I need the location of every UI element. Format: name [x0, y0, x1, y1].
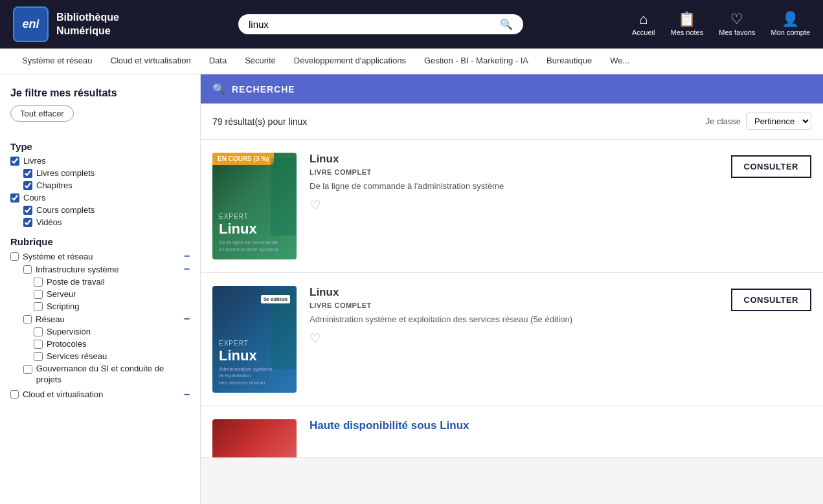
book-cover-3: [212, 419, 297, 458]
nav-mes-notes[interactable]: 📋 Mes notes: [670, 12, 703, 36]
nav-item-dev[interactable]: Développement d'applications: [285, 49, 415, 74]
filter-poste-travail: Poste de travail: [10, 277, 190, 287]
filter-videos: Vidéos: [10, 217, 190, 227]
label-cours-complets: Cours complets: [36, 205, 95, 215]
filter-gouvernance: Gouvernance du SI et conduite de projets: [10, 364, 190, 386]
search-input[interactable]: [249, 19, 495, 30]
book-title-2: Linux: [310, 286, 718, 299]
label-supervision: Supervision: [47, 327, 91, 336]
book-info-3: Haute disponibilité sous Linux: [310, 419, 811, 444]
checkbox-supervision[interactable]: [34, 327, 43, 336]
nav-item-securite[interactable]: Sécurité: [236, 49, 285, 74]
filter-services-reseau: Services réseau: [10, 351, 190, 361]
logo-box: eni: [13, 6, 49, 42]
nav-accueil[interactable]: ⌂ Accueil: [632, 12, 655, 36]
collapse-reseau[interactable]: −: [184, 314, 190, 324]
favorite-button-2[interactable]: ♡: [310, 331, 718, 346]
main-layout: Je filtre mes résultats Tout effacer Typ…: [0, 74, 823, 504]
checkbox-poste-travail[interactable]: [34, 278, 43, 287]
sort-label: Je classe: [706, 116, 741, 126]
results-number: 79: [212, 116, 223, 127]
label-livres-complets: Livres complets: [36, 168, 95, 178]
checkbox-systeme-reseau[interactable]: [10, 252, 19, 261]
checkbox-chapitres[interactable]: [23, 181, 32, 190]
checkbox-gouvernance[interactable]: [23, 365, 32, 374]
consult-button-1[interactable]: CONSULTER: [731, 155, 811, 178]
nav-mes-notes-label: Mes notes: [670, 28, 703, 36]
results-count: 79 résultat(s) pour linux: [212, 116, 307, 127]
nav-item-cloud[interactable]: Cloud et virtualisation: [101, 49, 199, 74]
book-item-2: expert Linux Administration systèmeet ex…: [201, 273, 823, 406]
logo-area: eni Bibliothèque Numérique: [13, 6, 130, 42]
filter-scripting: Scripting: [10, 301, 190, 311]
nav-item-gestion[interactable]: Gestion - BI - Marketing - IA: [415, 49, 537, 74]
label-services-reseau: Services réseau: [47, 351, 107, 361]
search-bar-wrap: 🔍: [142, 14, 619, 34]
search-header-bar: 🔍 RECHERCHE: [201, 74, 823, 104]
checkbox-cours[interactable]: [10, 193, 19, 203]
book-title-3: Haute disponibilité sous Linux: [310, 419, 811, 432]
rubrique-section-title: Rubrique: [10, 236, 190, 247]
book-type-1: LIVRE COMPLET: [310, 168, 718, 176]
checkbox-videos[interactable]: [23, 218, 32, 227]
top-nav: Système et réseau Cloud et virtualisatio…: [0, 49, 823, 74]
checkbox-reseau[interactable]: [23, 315, 32, 323]
checkbox-infra-systeme[interactable]: [23, 265, 32, 274]
book-cover-2: expert Linux Administration systèmeet ex…: [212, 286, 297, 393]
book-desc-1: De la ligne de commande à l'administrati…: [310, 181, 718, 191]
checkbox-cloud-virtualisation[interactable]: [10, 390, 19, 399]
nav-item-data[interactable]: Data: [200, 49, 236, 74]
favorite-button-1[interactable]: ♡: [310, 197, 718, 213]
results-query: linux: [289, 116, 308, 127]
label-protocoles: Protocoles: [47, 339, 86, 349]
filter-livres-complets: Livres complets: [10, 168, 190, 178]
book-cover-1: EN COURS (3 %) expert Linux De la ligne …: [212, 153, 297, 259]
label-livres: Livres: [23, 156, 46, 166]
edition-badge-2: 5e édition: [261, 295, 290, 303]
checkbox-cours-complets[interactable]: [23, 206, 32, 215]
book-action-1: CONSULTER: [731, 153, 811, 259]
book-cover-sub-2: Administration systèmeet exploitationdes…: [219, 366, 290, 386]
filter-cours: Cours: [10, 193, 190, 203]
checkbox-serveur[interactable]: [34, 290, 43, 299]
nav-item-systeme-reseau[interactable]: Système et réseau: [13, 49, 101, 74]
checkbox-scripting[interactable]: [34, 302, 43, 311]
checkbox-protocoles[interactable]: [34, 340, 43, 349]
collapse-cloud[interactable]: −: [184, 389, 190, 400]
header-nav-icons: ⌂ Accueil 📋 Mes notes ♡ Mes favoris 👤 Mo…: [632, 12, 810, 36]
main-content: 🔍 RECHERCHE 79 résultat(s) pour linux Je…: [201, 74, 823, 504]
collapse-infra-systeme[interactable]: −: [184, 264, 190, 274]
label-serveur: Serveur: [47, 289, 76, 299]
filter-supervision: Supervision: [10, 327, 190, 336]
label-poste-travail: Poste de travail: [47, 277, 105, 287]
book-action-2: CONSULTER: [731, 286, 811, 393]
checkbox-livres[interactable]: [10, 157, 19, 166]
cover-label-2: expert: [219, 340, 290, 347]
book-cover-decor-1: [271, 158, 297, 236]
filter-systeme-reseau: Système et réseau −: [10, 251, 190, 261]
checkbox-livres-complets[interactable]: [23, 169, 32, 178]
collapse-systeme-reseau[interactable]: −: [184, 251, 190, 261]
nav-mon-compte[interactable]: 👤 Mon compte: [771, 12, 810, 36]
cover-label-1: expert: [219, 213, 290, 220]
logo-text: eni: [22, 17, 39, 31]
nav-item-web[interactable]: We...: [601, 49, 638, 74]
nav-accueil-label: Accueil: [632, 28, 655, 36]
sort-select[interactable]: PertinenceDateTitreAuteur: [746, 113, 811, 130]
filter-infra-systeme: Infrastructure système −: [10, 264, 190, 274]
nav-item-bureautique[interactable]: Bureautique: [537, 49, 601, 74]
nav-mon-compte-label: Mon compte: [771, 28, 810, 36]
type-section-title: Type: [10, 141, 190, 152]
nav-mes-favoris[interactable]: ♡ Mes favoris: [719, 12, 755, 36]
clear-filters-button[interactable]: Tout effacer: [10, 105, 74, 122]
label-videos: Vidéos: [36, 217, 62, 227]
search-icon-button[interactable]: 🔍: [500, 18, 513, 30]
filter-protocoles: Protocoles: [10, 339, 190, 349]
search-header-icon: 🔍: [212, 83, 225, 95]
checkbox-services-reseau[interactable]: [34, 352, 43, 361]
book-type-2: LIVRE COMPLET: [310, 301, 718, 309]
filter-reseau: Réseau −: [10, 314, 190, 324]
header: eni Bibliothèque Numérique 🔍 ⌂ Accueil 📋…: [0, 0, 823, 49]
search-bar: 🔍: [238, 14, 523, 34]
consult-button-2[interactable]: CONSULTER: [731, 289, 811, 311]
